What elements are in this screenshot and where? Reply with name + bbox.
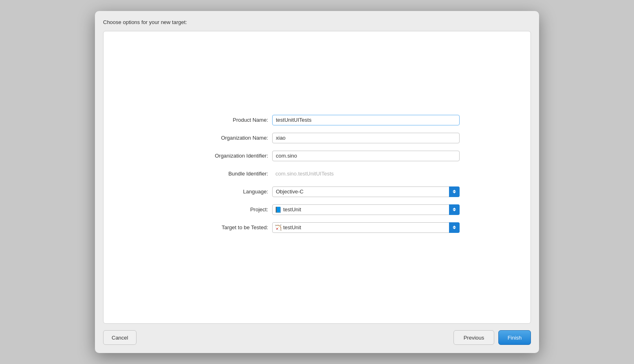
language-select-wrapper: Objective-C Swift [272, 186, 460, 197]
project-select-wrapper: testUnit 📘 [272, 204, 460, 215]
org-name-label: Organization Name: [174, 135, 272, 141]
language-row: Language: Objective-C Swift [174, 186, 460, 197]
product-name-row: Product Name: [174, 115, 460, 125]
org-name-row: Organization Name: [174, 133, 460, 143]
cancel-button[interactable]: Cancel [103, 330, 136, 345]
target-select-wrapper: testUnit 🏹 [272, 222, 460, 233]
org-identifier-label: Organization Identifier: [174, 153, 272, 159]
target-label: Target to be Tested: [174, 224, 272, 230]
arrow-up-icon [453, 208, 456, 209]
language-label: Language: [174, 189, 272, 195]
bundle-identifier-row: Bundle Identifier: com.sino.testUnitUITe… [174, 169, 460, 179]
project-label: Project: [174, 206, 272, 213]
finish-button[interactable]: Finish [498, 330, 531, 345]
target-select[interactable]: testUnit [272, 222, 460, 233]
form-container: Product Name: Organization Name: Organiz… [174, 115, 460, 240]
project-row: Project: testUnit 📘 [174, 204, 460, 215]
content-area: Product Name: Organization Name: Organiz… [103, 31, 531, 324]
project-stepper[interactable] [449, 204, 460, 215]
arrow-up-icon [453, 190, 456, 191]
project-select[interactable]: testUnit [272, 204, 460, 215]
dialog: Choose options for your new target: Prod… [95, 11, 539, 353]
product-name-label: Product Name: [174, 117, 272, 123]
btn-group-right: Previous Finish [453, 330, 531, 345]
org-identifier-input[interactable] [272, 151, 460, 161]
arrow-down-icon [453, 192, 456, 193]
target-row: Target to be Tested: testUnit 🏹 [174, 222, 460, 233]
bundle-identifier-value: com.sino.testUnitUITests [272, 169, 460, 179]
language-stepper[interactable] [449, 186, 460, 197]
bundle-identifier-label: Bundle Identifier: [174, 171, 272, 177]
target-stepper[interactable] [449, 222, 460, 233]
language-select[interactable]: Objective-C Swift [272, 186, 460, 197]
org-name-input[interactable] [272, 133, 460, 143]
dialog-title: Choose options for your new target: [103, 19, 531, 25]
org-identifier-row: Organization Identifier: [174, 151, 460, 161]
arrow-up-icon [453, 226, 456, 227]
arrow-down-icon [453, 210, 456, 211]
footer: Cancel Previous Finish [103, 324, 531, 345]
product-name-input[interactable] [272, 115, 460, 125]
arrow-down-icon [453, 228, 456, 229]
previous-button[interactable]: Previous [453, 330, 494, 345]
